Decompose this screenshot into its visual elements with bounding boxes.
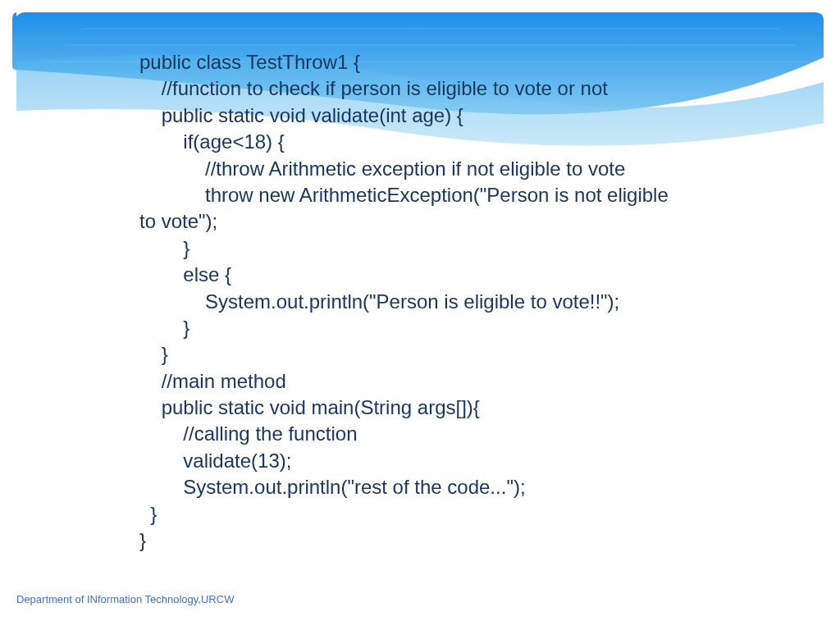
code-line-12: } (139, 341, 774, 368)
code-line-1: public class TestThrow1 { (139, 49, 774, 75)
code-line-4: if(age<18) { (139, 129, 774, 155)
code-line-17: System.out.println("rest of the code..."… (139, 474, 774, 500)
code-line-15: //calling the function (139, 421, 774, 447)
code-line-3: public static void validate(int age) { (139, 103, 774, 129)
code-line-2: //function to check if person is eligibl… (139, 75, 774, 102)
code-line-8: } (139, 235, 774, 262)
code-line-11: } (139, 315, 774, 341)
code-line-10: System.out.println("Person is eligible t… (139, 289, 774, 315)
code-line-18: } (139, 501, 774, 527)
code-line-7: to vote"); (139, 208, 774, 235)
code-line-14: public static void main(String args[]){ (139, 395, 774, 421)
code-line-16: validate(13); (139, 448, 774, 474)
code-line-19: } (139, 527, 774, 554)
code-line-13: //main method (139, 368, 774, 395)
code-line-9: else { (139, 262, 774, 288)
code-line-6: throw new ArithmeticException("Person is… (139, 182, 774, 208)
footer-text: Department of INformation Technology,URC… (16, 593, 234, 605)
code-line-5: //throw Arithmetic exception if not elig… (139, 156, 774, 182)
code-content: public class TestThrow1 { //function to … (0, 0, 840, 554)
